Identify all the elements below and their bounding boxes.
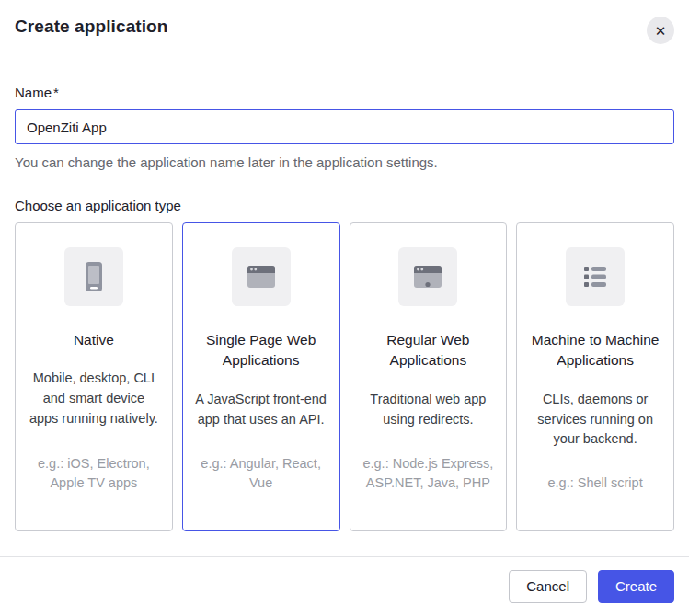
card-example: e.g.: iOS, Electron, Apple TV apps bbox=[28, 454, 160, 495]
close-button[interactable]: ✕ bbox=[647, 17, 674, 44]
application-type-card-native[interactable]: Native Mobile, desktop, CLI and smart de… bbox=[15, 222, 173, 531]
application-type-card-spa[interactable]: Single Page Web Applications A JavaScrip… bbox=[182, 222, 340, 531]
card-title: Single Page Web Applications bbox=[195, 330, 327, 371]
name-label: Name* bbox=[15, 85, 674, 100]
mobile-phone-icon bbox=[64, 247, 123, 306]
card-example: e.g.: Angular, React, Vue bbox=[195, 454, 327, 495]
modal-footer: Cancel Create bbox=[0, 556, 689, 616]
required-marker: * bbox=[53, 85, 59, 100]
web-server-icon bbox=[398, 247, 457, 306]
card-description: Traditional web app using redirects. bbox=[362, 390, 495, 430]
name-helper-text: You can change the application name late… bbox=[15, 154, 674, 170]
modal-title: Create application bbox=[15, 17, 168, 37]
close-icon: ✕ bbox=[655, 24, 667, 38]
card-example: e.g.: Node.js Express, ASP.NET, Java, PH… bbox=[362, 454, 495, 495]
modal-header: Create application ✕ bbox=[0, 0, 689, 44]
create-application-modal: Create application ✕ Name* You can chang… bbox=[0, 0, 689, 616]
create-button[interactable]: Create bbox=[598, 570, 674, 603]
card-example: e.g.: Shell script bbox=[548, 473, 643, 494]
card-description: CLIs, daemons or services running on you… bbox=[529, 390, 661, 450]
application-type-card-regular-web[interactable]: Regular Web Applications Traditional web… bbox=[350, 222, 508, 531]
card-description: A JavaScript front-end app that uses an … bbox=[195, 390, 327, 430]
application-type-label: Choose an application type bbox=[15, 198, 674, 213]
application-name-input[interactable] bbox=[15, 109, 674, 144]
card-title: Regular Web Applications bbox=[362, 330, 495, 371]
application-type-cards: Native Mobile, desktop, CLI and smart de… bbox=[15, 222, 674, 531]
list-icon bbox=[566, 247, 625, 306]
application-type-card-m2m[interactable]: Machine to Machine Applications CLIs, da… bbox=[516, 222, 674, 531]
card-title: Native bbox=[74, 330, 114, 350]
browser-window-icon bbox=[232, 247, 291, 306]
cancel-button[interactable]: Cancel bbox=[509, 570, 587, 603]
card-description: Mobile, desktop, CLI and smart device ap… bbox=[28, 369, 160, 428]
card-title: Machine to Machine Applications bbox=[529, 330, 661, 371]
modal-body: Name* You can change the application nam… bbox=[0, 85, 689, 531]
